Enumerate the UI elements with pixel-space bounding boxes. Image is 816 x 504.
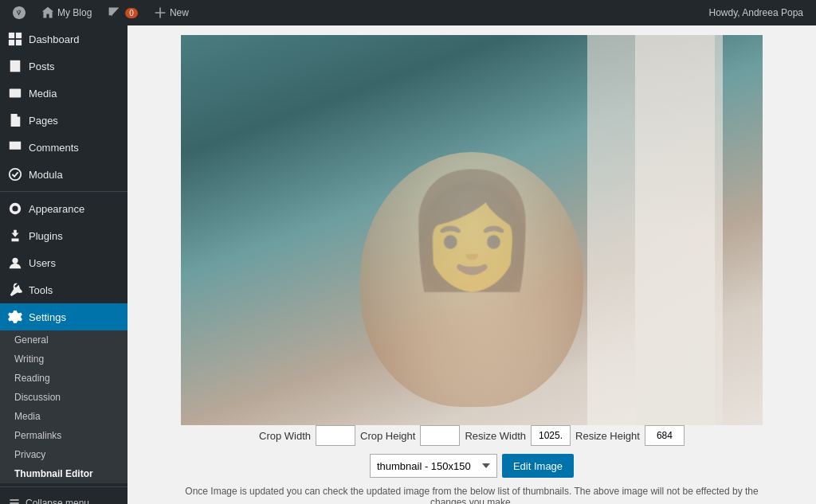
submenu-writing[interactable]: Writing [0,350,128,369]
svg-point-7 [12,258,18,264]
submenu-general[interactable]: General [0,330,128,350]
svg-point-5 [12,90,15,93]
adminbar-user: Howdy, Andreea Popa [708,7,810,18]
crop-width-label: Crop Width [259,430,311,442]
adminbar-site-name[interactable]: My Blog [35,0,98,25]
resize-width-label: Resize Width [465,430,526,442]
svg-rect-0 [9,33,14,38]
admin-bar: My Blog 0 New Howdy, Andreea Popa [0,0,816,25]
comments-count: 0 [125,8,138,18]
dashboard-icon [8,32,22,46]
settings-icon [8,310,22,324]
adminbar-comments[interactable]: 0 [101,0,144,25]
sidebar-item-posts[interactable]: Posts [0,53,128,80]
wp-logo-icon [13,6,26,19]
main-content: Crop Width Crop Height Resize Width Resi… [128,25,816,504]
wrap: Crop Width Crop Height Resize Width Resi… [128,25,816,504]
sidebar-item-appearance[interactable]: Appearance [0,195,128,222]
home-icon [41,6,54,19]
sidebar: Dashboard Posts Media Pages Comments Mod… [0,25,128,504]
submenu-privacy[interactable]: Privacy [0,445,128,464]
crop-height-label: Crop Height [360,430,415,442]
collapse-icon [8,497,21,504]
edit-image-button[interactable]: Edit Image [502,454,574,478]
sidebar-item-plugins[interactable]: Plugins [0,222,128,249]
svg-rect-3 [16,40,22,45]
plus-icon [154,6,167,19]
submenu-discussion[interactable]: Discussion [0,388,128,407]
image-preview [181,35,763,425]
menu-sep-1 [0,191,128,192]
submenu-media-settings[interactable]: Media [0,407,128,426]
svg-rect-4 [10,89,21,98]
controls-row: Crop Width Crop Height Resize Width Resi… [259,425,685,446]
tools-icon [8,283,22,297]
notice-text: Once Image is updated you can check the … [181,486,763,504]
sidebar-item-tools[interactable]: Tools [0,276,128,303]
window-effect [635,35,723,425]
submenu-thumbnail-editor[interactable]: Thumbnail Editor [0,464,128,483]
pages-icon [8,113,22,127]
comments-icon [8,140,22,154]
adminbar-left: My Blog 0 New [6,0,195,25]
resize-width-input[interactable] [531,425,571,446]
users-icon [8,256,22,270]
adminbar-new[interactable]: New [147,0,195,25]
plugins-icon [8,229,22,243]
crop-height-input[interactable] [420,425,460,446]
sidebar-item-settings[interactable]: Settings [0,303,128,330]
collapse-menu[interactable]: Collapse menu [0,490,128,504]
modula-icon [8,167,22,182]
svg-point-6 [10,169,21,180]
svg-rect-2 [9,40,14,45]
settings-submenu: General Writing Reading Discussion Media… [0,330,128,483]
adminbar-wp-logo[interactable] [6,0,32,25]
dropdown-row: thumbnail - 150x150 medium - 300x300 lar… [370,454,574,478]
crop-width-input[interactable] [316,425,355,446]
comment-icon [108,6,120,19]
resize-height-label: Resize Height [575,430,640,442]
sidebar-item-comments[interactable]: Comments [0,134,128,161]
sidebar-item-dashboard[interactable]: Dashboard [0,25,128,53]
sidebar-item-modula[interactable]: Modula [0,161,128,188]
appearance-icon [8,201,22,216]
submenu-permalinks[interactable]: Permalinks [0,426,128,445]
resize-height-input[interactable] [645,425,685,446]
thumbnail-size-select[interactable]: thumbnail - 150x150 medium - 300x300 lar… [370,454,497,478]
sidebar-item-media[interactable]: Media [0,80,128,107]
person-shape [360,152,583,407]
sidebar-item-pages[interactable]: Pages [0,107,128,134]
thumbnail-editor-container: Crop Width Crop Height Resize Width Resi… [143,35,800,504]
posts-icon [8,59,22,73]
submenu-reading[interactable]: Reading [0,369,128,388]
svg-rect-1 [16,33,22,38]
sidebar-item-users[interactable]: Users [0,249,128,276]
menu-sep-2 [0,486,128,487]
media-icon [8,86,22,100]
